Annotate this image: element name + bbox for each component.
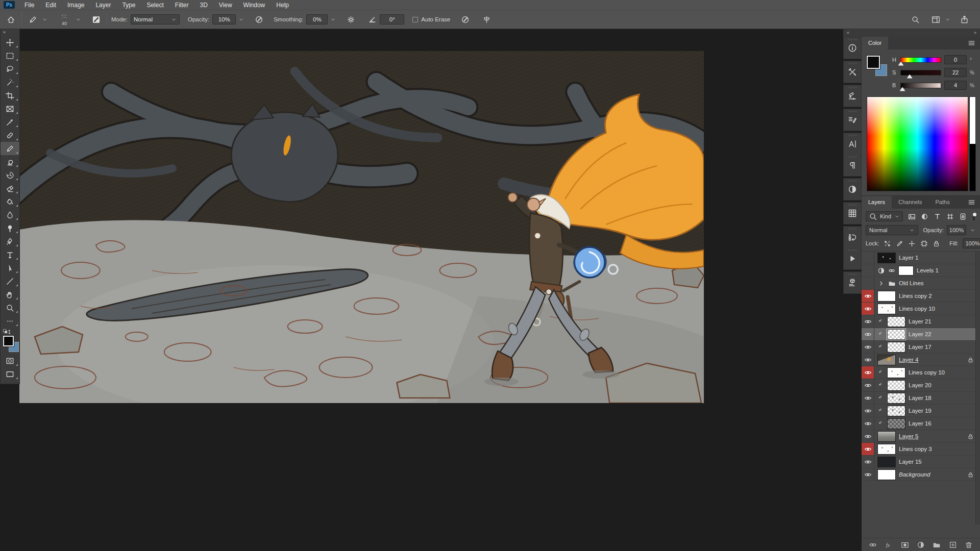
filter-kind-select[interactable]: Kind — [866, 211, 903, 221]
foreground-color-swatch[interactable] — [867, 56, 880, 69]
workspace-switcher[interactable] — [929, 13, 950, 26]
toggle-brush-panel-icon[interactable] — [89, 13, 103, 26]
document-canvas[interactable] — [19, 51, 704, 403]
symmetry-butterfly-icon[interactable] — [480, 13, 493, 26]
layer-thumbnail[interactable] — [877, 253, 896, 263]
collapse-dock-left-button[interactable]: « — [847, 29, 849, 37]
tool-more[interactable] — [1, 314, 19, 328]
pressure-opacity-icon[interactable] — [252, 13, 265, 26]
layer-row[interactable]: Lines copy 10 — [862, 366, 980, 379]
layer-row[interactable]: Lines copy 2 — [862, 290, 980, 303]
layer-thumbnail[interactable] — [877, 469, 896, 480]
tool-type[interactable] — [1, 248, 19, 261]
airbrush-button[interactable] — [454, 10, 476, 29]
chevron-down-icon[interactable] — [42, 17, 47, 22]
gear-icon[interactable] — [344, 13, 357, 26]
panel-menu-icon[interactable] — [967, 196, 980, 209]
layer-opacity-input[interactable]: 100% — [947, 225, 966, 235]
smoothing-options-button[interactable] — [340, 10, 361, 29]
filter-image-icon[interactable] — [908, 213, 916, 220]
panel-button-libraries[interactable] — [844, 272, 861, 293]
visibility-toggle[interactable] — [862, 405, 874, 417]
menu-item-filter[interactable]: Filter — [169, 0, 194, 10]
layer-row[interactable]: Lines copy 3 — [862, 443, 980, 456]
auto-erase-checkbox[interactable] — [412, 17, 418, 22]
visibility-toggle[interactable] — [862, 315, 874, 328]
panel-button-info[interactable] — [844, 37, 861, 59]
visibility-toggle[interactable] — [862, 456, 874, 468]
menu-item-image[interactable]: Image — [62, 0, 90, 10]
smoothing-input[interactable]: 0% — [306, 14, 328, 24]
layer-mask-thumbnail[interactable] — [898, 266, 914, 276]
auto-erase-option[interactable]: Auto Erase — [408, 10, 454, 29]
layer-row[interactable]: Layer 21 — [862, 315, 980, 328]
menu-item-file[interactable]: File — [19, 0, 40, 10]
panel-button-history[interactable] — [844, 227, 861, 248]
chevron-down-icon[interactable] — [969, 225, 976, 235]
tool-magic-wand[interactable] — [1, 76, 19, 89]
search-icon[interactable] — [909, 13, 922, 26]
tool-line[interactable] — [1, 274, 19, 288]
menu-item-edit[interactable]: Edit — [40, 0, 62, 10]
tool-eraser[interactable] — [1, 182, 19, 195]
panel-button-paragraph[interactable] — [844, 155, 861, 176]
menu-item-select[interactable]: Select — [141, 0, 169, 10]
link-button[interactable] — [869, 541, 877, 549]
slider-thumb[interactable] — [907, 74, 913, 79]
layer-thumbnail[interactable] — [887, 316, 905, 327]
brush-angle-input[interactable]: 0° — [380, 14, 404, 24]
tool-blur[interactable] — [1, 208, 19, 221]
color-spectrum-picker[interactable] — [867, 96, 968, 191]
slider-value-input[interactable]: 22 — [944, 68, 967, 77]
panel-button-brush-settings[interactable] — [844, 85, 861, 107]
layer-row[interactable]: Layer 22 — [862, 328, 980, 341]
layer-row[interactable]: Layer 5 — [862, 430, 980, 443]
layer-thumbnail[interactable] — [877, 291, 896, 302]
layer-row[interactable]: Layer 4 — [862, 354, 980, 366]
visibility-toggle[interactable] — [862, 430, 874, 442]
slider-value-input[interactable]: 0 — [944, 55, 967, 64]
collapse-dock-right-button[interactable]: » — [974, 29, 976, 37]
chevron-down-icon[interactable] — [76, 17, 81, 22]
filter-smart-icon[interactable] — [959, 213, 967, 220]
tool-healing-brush[interactable] — [1, 129, 19, 142]
folder-button[interactable] — [933, 541, 941, 549]
mode-select[interactable]: Normal — [131, 14, 180, 24]
visibility-toggle[interactable] — [862, 328, 874, 340]
blend-mode-select[interactable]: Normal — [866, 225, 918, 235]
trash-button[interactable] — [965, 541, 973, 549]
filter-adjustment-icon[interactable] — [921, 213, 928, 220]
filter-type-icon[interactable] — [934, 213, 941, 220]
visibility-toggle[interactable] — [862, 443, 874, 455]
menu-item-help[interactable]: Help — [271, 0, 295, 10]
new-layer-button[interactable] — [949, 541, 957, 549]
layer-row[interactable]: Background — [862, 468, 980, 481]
panel-menu-icon[interactable] — [967, 37, 980, 49]
layer-row[interactable]: Levels 1 — [862, 264, 980, 277]
opacity-pressure-button[interactable] — [248, 10, 270, 29]
slider-thumb[interactable] — [900, 87, 905, 91]
lock-artboard-icon[interactable] — [920, 240, 928, 247]
layer-row[interactable]: Old Lines — [862, 277, 980, 290]
tool-crop[interactable] — [1, 89, 19, 102]
chevron-down-icon[interactable] — [330, 17, 336, 22]
lock-brush-icon[interactable] — [896, 240, 903, 247]
layer-row[interactable]: Lines copy 10 — [862, 303, 980, 315]
layer-thumbnail[interactable] — [887, 380, 905, 391]
layer-thumbnail[interactable] — [887, 406, 905, 416]
filter-shape-icon[interactable] — [946, 213, 954, 220]
layer-thumbnail[interactable] — [887, 367, 905, 378]
slider-track-b[interactable] — [900, 83, 941, 88]
visibility-toggle[interactable] — [862, 277, 874, 289]
layer-thumbnail[interactable] — [877, 304, 896, 314]
menu-item-3d[interactable]: 3D — [194, 0, 213, 10]
layer-thumbnail[interactable] — [877, 355, 896, 365]
foreground-color-swatch[interactable] — [3, 336, 14, 346]
share-icon[interactable] — [958, 13, 971, 26]
visibility-toggle[interactable] — [862, 354, 874, 366]
layer-row[interactable]: Layer 15 — [862, 456, 980, 468]
tool-clone-stamp[interactable] — [1, 155, 19, 168]
tool-path-selection[interactable] — [1, 261, 19, 274]
photoshop-logo[interactable]: Ps — [4, 1, 15, 9]
tool-hand[interactable] — [1, 288, 19, 301]
